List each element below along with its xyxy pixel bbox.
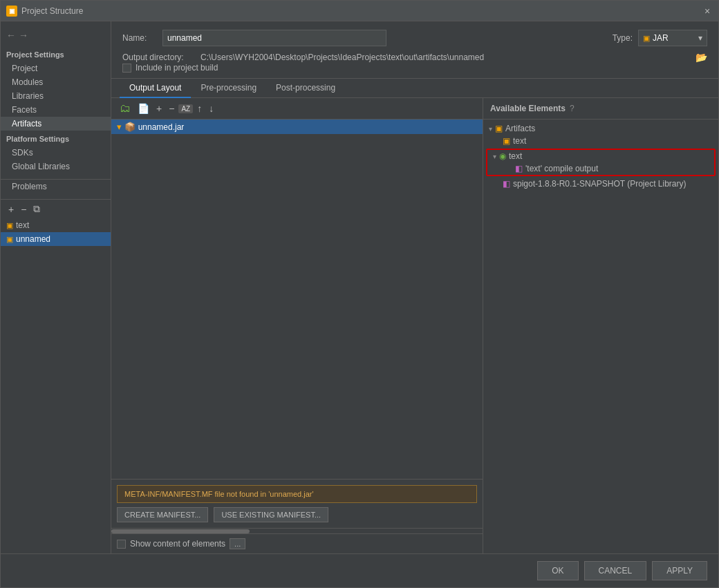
sidebar-item-project[interactable]: Project bbox=[1, 61, 111, 75]
text-module-icon: ◉ bbox=[499, 151, 506, 161]
artifact-item-label: unnamed bbox=[16, 234, 50, 244]
create-manifest-button[interactable]: CREATE MANIFEST... bbox=[117, 507, 208, 522]
horizontal-scrollbar[interactable] bbox=[111, 528, 483, 533]
manifest-buttons: CREATE MANIFEST... USE EXISTING MANIFEST… bbox=[117, 507, 477, 522]
available-elements-panel: Available Elements ? ▾ ▣ Artifacts ▣ bbox=[483, 98, 718, 553]
project-settings-label: Project Settings bbox=[1, 46, 111, 61]
name-row: Name: Type: ▣ JAR ▾ bbox=[122, 30, 707, 46]
tabs-bar: Output Layout Pre-processing Post-proces… bbox=[111, 79, 718, 98]
available-elements-tree: ▾ ▣ Artifacts ▣ text ▾ bbox=[483, 120, 718, 553]
artifact-item-icon: ▣ bbox=[6, 235, 13, 244]
output-dir-row: Output directory: C:\Users\WYH2004\Deskt… bbox=[122, 52, 707, 63]
move-down-button[interactable]: ↓ bbox=[206, 102, 216, 115]
include-row: Include in project build bbox=[122, 63, 707, 73]
main-content: ← → Project Settings Project Modules Lib… bbox=[1, 21, 718, 553]
artifacts-expand-arrow: ▾ bbox=[489, 125, 492, 133]
type-label: Type: bbox=[613, 33, 633, 43]
add-file-button[interactable]: 📄 bbox=[135, 102, 152, 115]
highlight-box: ▾ ◉ text ◧ 'text' compile output bbox=[486, 149, 716, 176]
sidebar-item-facets[interactable]: Facets bbox=[1, 103, 111, 117]
compile-output-label: 'text' compile output bbox=[525, 164, 598, 173]
text-module-expand-arrow: ▾ bbox=[493, 153, 496, 160]
sidebar-item-global-libraries[interactable]: Global Libraries bbox=[1, 160, 111, 173]
name-label: Name: bbox=[122, 33, 157, 43]
artifacts-text-label: text bbox=[513, 136, 526, 146]
manifest-section: META-INF/MANIFEST.MF file not found in '… bbox=[111, 479, 483, 528]
compile-output-icon: ◧ bbox=[515, 164, 523, 173]
avail-artifacts-section[interactable]: ▾ ▣ Artifacts bbox=[483, 122, 718, 135]
available-elements-header: Available Elements ? bbox=[483, 98, 718, 120]
browse-folder-button[interactable]: 📂 bbox=[695, 52, 707, 63]
title-bar-left: ▣ Project Structure bbox=[6, 6, 83, 17]
tab-output-layout[interactable]: Output Layout bbox=[120, 79, 191, 98]
artifact-list-toolbar: + − ⧉ bbox=[1, 200, 111, 218]
artifacts-section-label: Artifacts bbox=[505, 124, 535, 133]
dialog-title: Project Structure bbox=[21, 6, 83, 16]
type-dropdown-arrow: ▾ bbox=[698, 33, 702, 43]
type-select-text: JAR bbox=[653, 33, 669, 43]
output-layout-panel: 🗂 📄 + − AZ ↑ ↓ ▾ 📦 unnamed.jar bbox=[111, 98, 483, 553]
az-sort-button[interactable]: AZ bbox=[178, 104, 193, 113]
spigot-label: spigot-1.8.8-R0.1-SNAPSHOT (Project Libr… bbox=[513, 179, 687, 189]
type-select[interactable]: ▣ JAR ▾ bbox=[638, 30, 707, 46]
remove-artifact-button[interactable]: − bbox=[19, 203, 28, 216]
artifacts-section-icon: ▣ bbox=[495, 124, 503, 133]
text-module-label: text bbox=[509, 151, 522, 161]
tab-post-processing[interactable]: Post-processing bbox=[266, 79, 345, 98]
avail-spigot-item[interactable]: ◧ spigot-1.8.8-R0.1-SNAPSHOT (Project Li… bbox=[483, 178, 718, 190]
remove-item-button[interactable]: − bbox=[166, 102, 177, 115]
name-input[interactable] bbox=[162, 30, 386, 46]
avail-text-module-section[interactable]: ▾ ◉ text bbox=[487, 150, 714, 162]
output-dir-path: C:\Users\WYH2004\Desktop\Projects\IdeaPr… bbox=[200, 53, 690, 62]
scrollbar-thumb[interactable] bbox=[111, 529, 250, 533]
sidebar-item-modules[interactable]: Modules bbox=[1, 75, 111, 89]
nav-back[interactable]: ← bbox=[6, 30, 16, 41]
nav-arrows: ← → bbox=[1, 27, 111, 46]
artifact-section-label: text bbox=[16, 220, 29, 230]
avail-artifacts-text[interactable]: ▣ text bbox=[483, 135, 718, 147]
add-item-button[interactable]: + bbox=[153, 102, 165, 115]
show-content-row: Show content of elements ... bbox=[111, 533, 483, 553]
artifact-section-icon: ▣ bbox=[6, 221, 13, 230]
artifact-list-item-unnamed[interactable]: ▣ unnamed bbox=[1, 232, 111, 246]
tree-item-label: unnamed.jar bbox=[138, 122, 185, 132]
output-tree: ▾ 📦 unnamed.jar bbox=[111, 120, 483, 479]
nav-forward[interactable]: → bbox=[19, 30, 28, 41]
use-existing-manifest-button[interactable]: USE EXISTING MANIFEST... bbox=[214, 507, 328, 522]
help-icon[interactable]: ? bbox=[570, 104, 575, 113]
title-bar: ▣ Project Structure × bbox=[1, 1, 718, 21]
add-folder-button[interactable]: 🗂 bbox=[117, 101, 133, 116]
platform-settings-label: Platform Settings bbox=[1, 131, 111, 146]
add-artifact-button[interactable]: + bbox=[6, 203, 16, 216]
close-button[interactable]: × bbox=[702, 6, 713, 17]
type-jar-icon: ▣ bbox=[643, 34, 650, 43]
apply-button[interactable]: APPLY bbox=[652, 561, 707, 580]
ellipsis-button[interactable]: ... bbox=[230, 538, 245, 549]
tree-item-unnamed-jar[interactable]: ▾ 📦 unnamed.jar bbox=[111, 120, 483, 134]
spigot-icon: ◧ bbox=[503, 179, 510, 189]
output-toolbar: 🗂 📄 + − AZ ↑ ↓ bbox=[111, 98, 483, 120]
move-up-button[interactable]: ↑ bbox=[194, 102, 205, 115]
right-panel: Name: Type: ▣ JAR ▾ Output directory: C:… bbox=[111, 21, 718, 553]
jar-icon: ▾ 📦 bbox=[117, 122, 136, 132]
project-structure-dialog: ▣ Project Structure × ← → Project Settin… bbox=[0, 0, 719, 588]
include-label: Include in project build bbox=[136, 63, 218, 73]
sidebar-item-problems[interactable]: Problems bbox=[1, 180, 111, 193]
tab-pre-processing[interactable]: Pre-processing bbox=[191, 79, 266, 98]
avail-compile-output[interactable]: ◧ 'text' compile output bbox=[487, 162, 714, 175]
artifact-section-item: ▣ text bbox=[1, 218, 111, 232]
cancel-button[interactable]: CANCEL bbox=[584, 561, 647, 580]
sidebar-item-artifacts[interactable]: Artifacts bbox=[1, 117, 111, 131]
show-content-checkbox[interactable] bbox=[117, 540, 126, 549]
available-elements-title: Available Elements bbox=[490, 104, 566, 113]
sidebar-item-sdks[interactable]: SDKs bbox=[1, 146, 111, 160]
ok-button[interactable]: OK bbox=[537, 561, 578, 580]
bottom-bar: OK CANCEL APPLY bbox=[1, 553, 718, 587]
copy-artifact-button[interactable]: ⧉ bbox=[31, 202, 42, 216]
app-icon: ▣ bbox=[6, 6, 17, 17]
show-content-label: Show content of elements bbox=[130, 539, 225, 549]
form-section: Name: Type: ▣ JAR ▾ Output directory: C:… bbox=[111, 21, 718, 79]
include-checkbox[interactable] bbox=[122, 64, 131, 73]
content-area: 🗂 📄 + − AZ ↑ ↓ ▾ 📦 unnamed.jar bbox=[111, 98, 718, 553]
sidebar-item-libraries[interactable]: Libraries bbox=[1, 89, 111, 103]
